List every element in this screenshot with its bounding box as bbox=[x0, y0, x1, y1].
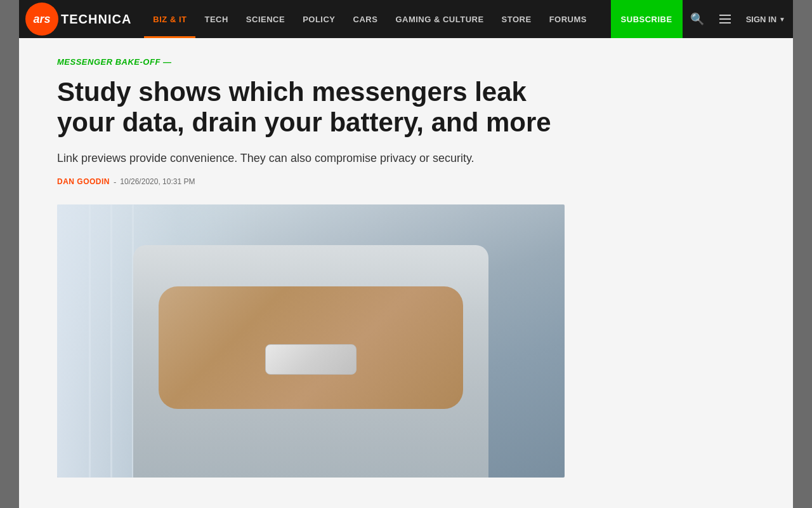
nav-store[interactable]: STORE bbox=[493, 0, 540, 38]
meta-separator: - bbox=[114, 177, 116, 187]
main-nav: BIZ & IT TECH SCIENCE POLICY CARS GAMING… bbox=[144, 0, 610, 38]
article-title: Study shows which messengers leak your d… bbox=[57, 77, 565, 138]
article-category: MESSENGER BAKE-OFF — bbox=[57, 57, 565, 67]
nav-forums[interactable]: FORUMS bbox=[540, 0, 596, 38]
logo-text: TECHNICA bbox=[61, 12, 131, 27]
article-meta: DAN GOODIN - 10/26/2020, 10:31 PM bbox=[57, 177, 565, 187]
article-author[interactable]: DAN GOODIN bbox=[57, 177, 110, 186]
sign-in-label: SIGN IN bbox=[746, 15, 776, 24]
hero-image-content bbox=[57, 204, 565, 478]
article-date: 10/26/2020, 10:31 PM bbox=[120, 177, 195, 186]
nav-right-controls: SUBSCRIBE 🔍 SIGN IN ▼ bbox=[611, 0, 793, 38]
sign-in-button[interactable]: SIGN IN ▼ bbox=[738, 0, 793, 38]
site-logo[interactable]: ars TECHNICA bbox=[25, 3, 131, 36]
nav-tech[interactable]: TECH bbox=[195, 0, 237, 38]
search-button[interactable]: 🔍 bbox=[683, 0, 712, 38]
chevron-down-icon: ▼ bbox=[779, 16, 785, 23]
nav-science[interactable]: SCIENCE bbox=[237, 0, 294, 38]
article-subtitle: Link previews provide convenience. They … bbox=[57, 150, 539, 167]
nav-biz-it[interactable]: BIZ & IT bbox=[144, 0, 195, 38]
search-icon: 🔍 bbox=[690, 12, 704, 26]
hamburger-icon bbox=[719, 15, 731, 23]
logo-circle: ars bbox=[25, 3, 58, 36]
subscribe-button[interactable]: SUBSCRIBE bbox=[611, 0, 683, 38]
nav-cars[interactable]: CARS bbox=[344, 0, 387, 38]
nav-gaming[interactable]: GAMING & CULTURE bbox=[386, 0, 492, 38]
article-hero-image bbox=[57, 204, 565, 478]
site-header: ars TECHNICA BIZ & IT TECH SCIENCE POLIC… bbox=[19, 0, 793, 38]
nav-policy[interactable]: POLICY bbox=[294, 0, 344, 38]
person-hands bbox=[159, 286, 463, 410]
article-main: MESSENGER BAKE-OFF — Study shows which m… bbox=[19, 38, 590, 497]
logo-letters: ars bbox=[33, 13, 50, 26]
page-wrapper: ars TECHNICA BIZ & IT TECH SCIENCE POLIC… bbox=[19, 0, 793, 508]
person-phone bbox=[265, 344, 357, 375]
menu-button[interactable] bbox=[712, 0, 738, 38]
